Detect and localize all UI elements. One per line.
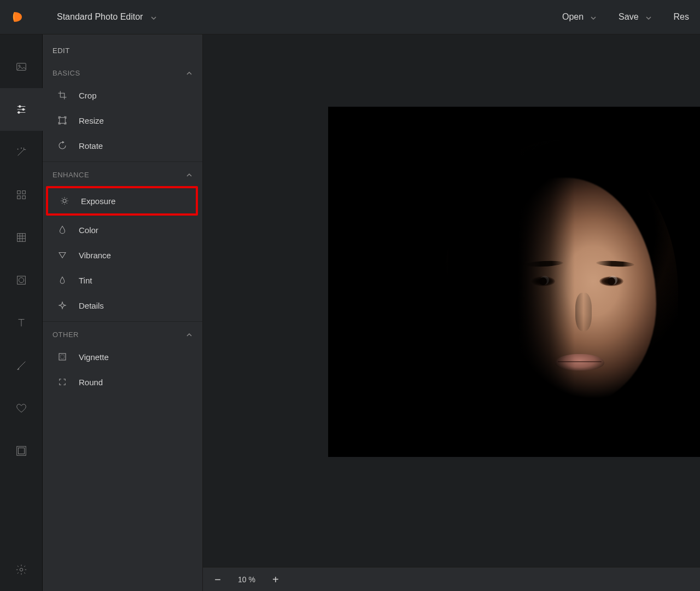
exposure-highlight: Exposure — [46, 186, 198, 216]
tool-crop[interactable]: Crop — [43, 83, 202, 108]
svg-point-21 — [20, 568, 23, 571]
tool-rotate-label: Rotate — [79, 141, 103, 150]
section-other-label: OTHER — [52, 331, 79, 339]
tool-vignette[interactable]: Vignette — [43, 344, 202, 369]
rail-graphics[interactable] — [0, 259, 43, 302]
rail-text[interactable] — [0, 302, 43, 344]
rail-overlays[interactable] — [0, 173, 43, 216]
chevron-up-icon — [186, 172, 192, 178]
editor-mode-label: Standard Photo Editor — [57, 12, 143, 22]
tool-vibrance[interactable]: Vibrance — [43, 242, 202, 268]
tool-exposure-label: Exposure — [81, 196, 115, 206]
grid-icon — [15, 189, 27, 201]
edit-panel: EDIT BASICS Crop Resize Rotate ENHANCE — [43, 34, 203, 591]
canvas-area: − 10 % + — [203, 34, 700, 591]
rail-settings[interactable] — [0, 548, 43, 591]
svg-point-6 — [22, 108, 24, 111]
drop-icon — [57, 224, 68, 235]
tool-resize-label: Resize — [79, 116, 104, 125]
wand-icon — [15, 146, 27, 158]
triangle-icon — [57, 250, 68, 260]
tool-details-label: Details — [79, 301, 104, 310]
app-header: Standard Photo Editor Open Save Res — [0, 0, 700, 34]
save-button[interactable]: Save — [619, 12, 651, 22]
colorcinch-logo-icon — [11, 10, 24, 24]
chevron-up-icon — [186, 332, 192, 338]
reset-label: Res — [674, 12, 689, 22]
tool-vibrance-label: Vibrance — [79, 251, 111, 260]
editor-mode-select[interactable]: Standard Photo Editor — [57, 12, 157, 22]
sun-icon — [59, 195, 70, 206]
tool-rail — [0, 34, 43, 591]
tool-tint-label: Tint — [79, 276, 92, 285]
frame-icon — [15, 445, 27, 457]
canvas-view[interactable] — [203, 34, 700, 567]
svg-rect-17 — [17, 276, 25, 285]
tool-exposure[interactable]: Exposure — [48, 188, 196, 213]
open-label: Open — [562, 12, 584, 22]
main-area: EDIT BASICS Crop Resize Rotate ENHANCE — [0, 34, 700, 591]
svg-rect-10 — [17, 196, 20, 199]
rail-draw[interactable] — [0, 344, 43, 387]
resize-icon — [57, 115, 68, 126]
tool-round-label: Round — [79, 378, 103, 387]
photo-preview — [328, 107, 700, 457]
sparkle-icon — [57, 300, 68, 311]
svg-rect-11 — [22, 196, 25, 199]
svg-point-25 — [60, 355, 65, 359]
heart-icon — [15, 402, 27, 414]
open-button[interactable]: Open — [562, 12, 597, 22]
rail-frames[interactable] — [0, 430, 43, 472]
tool-color-label: Color — [79, 225, 98, 235]
gear-icon — [15, 564, 27, 576]
zoom-in-button[interactable]: + — [271, 575, 281, 584]
svg-point-7 — [18, 112, 20, 114]
svg-rect-20 — [18, 448, 24, 454]
section-other-header[interactable]: OTHER — [43, 322, 202, 344]
zoom-bar: − 10 % + — [203, 567, 700, 591]
drop-outline-icon — [57, 275, 68, 286]
section-enhance-label: ENHANCE — [52, 171, 89, 179]
app-logo — [11, 10, 24, 24]
crop-icon — [57, 90, 68, 101]
panel-title: EDIT — [43, 34, 202, 60]
rail-image[interactable] — [0, 45, 43, 88]
tool-details[interactable]: Details — [43, 293, 202, 318]
section-enhance-header[interactable]: ENHANCE — [43, 162, 202, 184]
rail-effects[interactable] — [0, 131, 43, 173]
save-label: Save — [619, 12, 638, 22]
text-icon — [15, 317, 27, 329]
rail-edit[interactable] — [0, 88, 43, 131]
zoom-out-button[interactable]: − — [213, 575, 223, 584]
chevron-down-icon — [590, 14, 597, 20]
tool-color[interactable]: Color — [43, 217, 202, 242]
chevron-down-icon — [645, 14, 652, 20]
tool-rotate[interactable]: Rotate — [43, 133, 202, 158]
vignette-icon — [57, 351, 68, 362]
svg-point-23 — [63, 199, 66, 202]
round-corners-icon — [57, 376, 68, 387]
section-basics-label: BASICS — [52, 69, 80, 77]
tool-tint[interactable]: Tint — [43, 268, 202, 293]
image-icon — [15, 61, 27, 73]
header-actions: Open Save Res — [562, 12, 689, 22]
section-basics-header[interactable]: BASICS — [43, 60, 202, 83]
chevron-down-icon — [150, 14, 157, 20]
reset-button[interactable]: Res — [674, 12, 689, 22]
brush-icon — [15, 360, 27, 372]
svg-point-5 — [19, 106, 21, 108]
zoom-value: 10 % — [238, 575, 255, 584]
rotate-icon — [57, 140, 68, 151]
svg-rect-22 — [60, 118, 66, 124]
svg-point-1 — [18, 65, 20, 67]
tool-resize[interactable]: Resize — [43, 108, 202, 133]
sliders-icon — [15, 103, 27, 115]
chevron-up-icon — [186, 70, 192, 77]
svg-rect-8 — [17, 191, 20, 194]
rail-masks[interactable] — [0, 216, 43, 259]
tool-round[interactable]: Round — [43, 369, 202, 395]
svg-point-18 — [19, 277, 24, 282]
svg-rect-9 — [22, 191, 25, 194]
shape-circle-icon — [15, 274, 27, 286]
rail-favorites[interactable] — [0, 387, 43, 430]
